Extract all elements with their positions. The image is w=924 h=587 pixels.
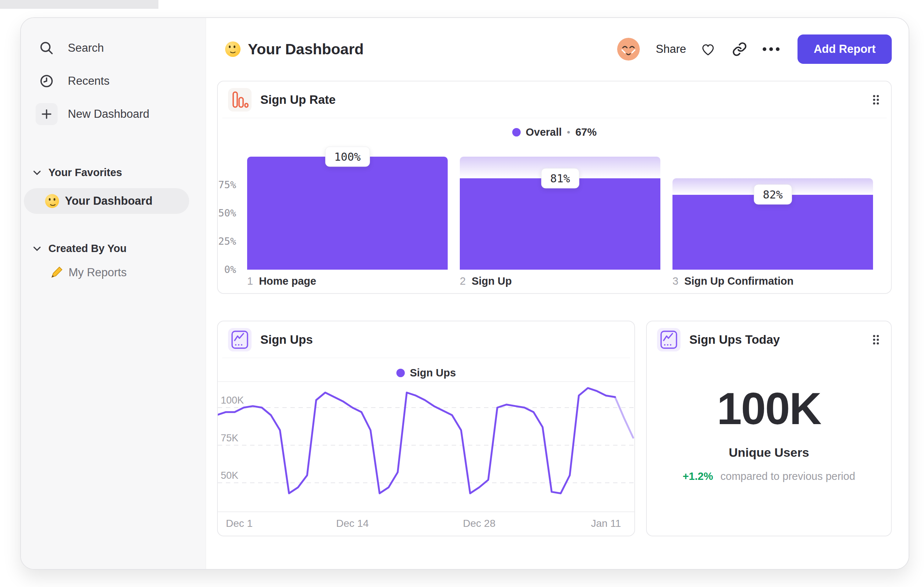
plus-icon (36, 103, 58, 125)
sidebar-item-recents[interactable]: Recents (36, 70, 206, 92)
card-sign-ups: Sign Ups Sign Ups 100K 75K 50K Dec 1 Dec… (217, 321, 635, 536)
line-chart-icon (228, 328, 252, 351)
sidebar-nav: Search Recents New Dashboard (21, 37, 206, 125)
heart-icon (700, 41, 716, 58)
sidebar-section-created-by-you: Created By You My Reports (21, 243, 206, 279)
copy-link-button[interactable] (728, 37, 751, 61)
main-content: Your Dashboard Share (206, 18, 909, 569)
y-axis-tick: 50K (221, 470, 238, 481)
kpi-delta-row: +1.2% compared to previous period (647, 470, 891, 483)
legend-value: 67% (575, 126, 597, 138)
x-axis-tick: Dec 1 (226, 518, 252, 529)
legend-label: Sign Ups (410, 367, 456, 379)
smiley-emoji-icon (45, 194, 59, 208)
kpi-value: 100K (647, 383, 891, 434)
legend-dot (512, 128, 521, 136)
sidebar-item-search[interactable]: Search (36, 37, 206, 59)
chevron-down-icon (33, 170, 41, 175)
header-actions: Share (617, 35, 892, 64)
page-header: Your Dashboard Share (225, 33, 892, 66)
favorite-heart-button[interactable] (696, 37, 720, 61)
clock-icon (36, 70, 58, 92)
funnel-step-label: 3 Sign Up Confirmation (672, 275, 794, 287)
funnel-bar-fill (247, 157, 448, 270)
app-window: Search Recents New Dashboard (20, 17, 909, 570)
kpi-caption: Unique Users (647, 445, 891, 460)
kpi-delta-note: compared to previous period (721, 470, 855, 482)
sidebar-section-your-favorites: Your Favorites Your Dashboard (21, 167, 206, 214)
section-label: Created By You (48, 243, 127, 255)
x-axis-tick: Dec 28 (463, 518, 496, 529)
bar-chart-icon (228, 88, 252, 112)
line-legend: Sign Ups (218, 365, 634, 381)
funnel-value-tooltip: 81% (541, 168, 579, 188)
sidebar-item-label: Search (68, 41, 104, 55)
drag-handle-icon[interactable] (872, 94, 880, 105)
y-axis-tick: 50% (210, 207, 236, 219)
sidebar-item-your-dashboard[interactable]: Your Dashboard (24, 188, 189, 214)
sidebar: Search Recents New Dashboard (21, 18, 206, 569)
legend-separator: • (567, 127, 570, 138)
funnel-value-tooltip: 100% (325, 147, 370, 167)
card-title: Sign Ups (260, 333, 313, 347)
x-axis-tick: Jan 11 (591, 518, 621, 529)
funnel-bar-fill (672, 195, 873, 270)
funnel-legend: Overall • 67% (218, 126, 891, 138)
sign-ups-line-chart: 100K 75K 50K Dec 1 Dec 14 Dec 28 Jan 11 (218, 381, 634, 536)
search-icon (36, 37, 58, 59)
funnel-step-label: 1 Home page (247, 275, 316, 287)
drag-handle-icon[interactable] (872, 334, 880, 345)
ellipsis-icon (762, 45, 780, 53)
section-toggle-your-favorites[interactable]: Your Favorites (33, 167, 206, 179)
card-sign-ups-today: Sign Ups Today 100K Unique Users +1.2% c… (646, 321, 892, 536)
window-chrome-artifact (0, 0, 158, 9)
funnel-bar[interactable] (247, 157, 448, 270)
smiley-emoji-icon (225, 41, 241, 57)
sidebar-item-label: Your Dashboard (65, 194, 153, 208)
funnel-chart: 75% 50% 25% 0% 100% 81% 82% (247, 157, 873, 270)
card-header: Sign Ups (218, 321, 634, 358)
sidebar-item-new-dashboard[interactable]: New Dashboard (36, 103, 206, 125)
card-header: Sign Up Rate (218, 81, 891, 118)
card-header: Sign Ups Today (647, 321, 891, 358)
y-axis-tick: 75% (210, 179, 236, 190)
sidebar-item-label: My Reports (69, 266, 127, 279)
funnel-bar-fill (460, 178, 660, 270)
x-axis-line (218, 511, 634, 512)
link-icon (732, 41, 747, 57)
y-axis-tick: 25% (210, 236, 236, 247)
card-title: Sign Up Rate (260, 93, 335, 107)
sidebar-item-my-reports[interactable]: My Reports (50, 266, 189, 279)
share-button[interactable]: Share (656, 43, 686, 56)
y-axis-tick: 0% (210, 264, 236, 275)
pencil-icon (50, 266, 63, 279)
add-report-button[interactable]: Add Report (797, 35, 892, 64)
sidebar-item-label: Recents (68, 74, 110, 88)
y-axis-tick: 75K (221, 433, 238, 444)
y-axis-tick: 100K (221, 395, 244, 406)
line-chart-svg (218, 381, 636, 513)
chevron-down-icon (33, 246, 41, 251)
x-axis-tick: Dec 14 (336, 518, 369, 529)
card-title: Sign Ups Today (689, 333, 780, 347)
more-options-button[interactable] (759, 37, 783, 61)
line-chart-icon (657, 328, 681, 351)
funnel-step-label: 2 Sign Up (460, 275, 512, 287)
funnel-value-tooltip: 82% (754, 185, 792, 205)
section-label: Your Favorites (48, 167, 122, 179)
kpi-delta: +1.2% (683, 470, 713, 482)
legend-label: Overall (526, 126, 562, 138)
avatar[interactable] (617, 38, 640, 61)
section-toggle-created-by-you[interactable]: Created By You (33, 243, 206, 255)
legend-dot (396, 369, 405, 377)
sidebar-item-label: New Dashboard (68, 107, 149, 121)
page-title: Your Dashboard (248, 41, 364, 58)
card-sign-up-rate: Sign Up Rate Overall • 67% 75% 50% (217, 81, 892, 294)
